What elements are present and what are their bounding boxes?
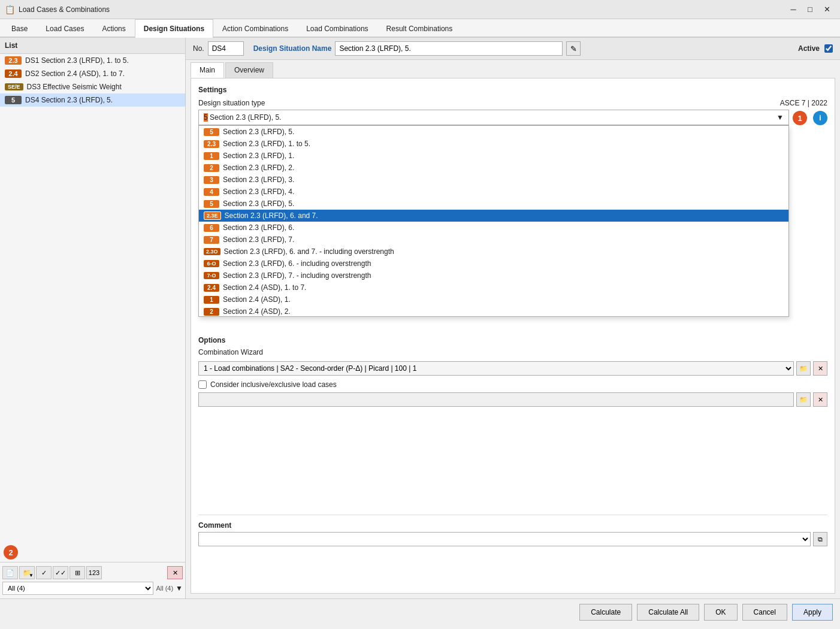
- item-text: Section 2.3 (LRFD), 7. - including overs…: [223, 271, 371, 280]
- left-panel: List 2.3 DS1 Section 2.3 (LRFD), 1. to 5…: [0, 38, 186, 598]
- dropdown-item-24all[interactable]: 2.4 Section 2.4 (ASD), 1. to 7.: [199, 282, 788, 294]
- item-badge: 2: [204, 164, 219, 172]
- ds1-badge: 2.3: [5, 56, 22, 65]
- inclusive-exclusive-input-row: 📁 ✕: [198, 392, 827, 407]
- dropdown-item-5-display[interactable]: 5 Section 2.3 (LRFD), 5.: [199, 126, 788, 138]
- comment-select[interactable]: [198, 532, 811, 546]
- maximize-button[interactable]: □: [802, 1, 818, 18]
- options-title: Options: [198, 336, 827, 344]
- tab-design-situations[interactable]: Design Situations: [135, 19, 213, 38]
- inclusive-exclusive-checkbox[interactable]: [198, 380, 207, 389]
- tab-overview[interactable]: Overview: [225, 62, 273, 78]
- item-badge: 4: [204, 188, 219, 196]
- item-text: Section 2.3 (LRFD), 1.: [223, 152, 294, 160]
- dst-dropdown-trigger[interactable]: 5 Section 2.3 (LRFD), 5. ▼: [198, 110, 789, 125]
- item-badge: 5: [204, 128, 219, 136]
- edit-name-button[interactable]: ✎: [566, 41, 581, 56]
- dropdown-item-6a[interactable]: 6 Section 2.3 (LRFD), 6.: [199, 222, 788, 234]
- calculate-button[interactable]: Calculate: [579, 604, 632, 621]
- right-panel: No. Design Situation Name ✎ Active Main …: [186, 38, 840, 598]
- info-button[interactable]: i: [813, 111, 827, 125]
- item-text: Section 2.3 (LRFD), 2.: [223, 164, 294, 172]
- numbers-button[interactable]: 123: [86, 566, 102, 579]
- left-panel-footer: 📄 📁▼ ✓ ✓✓ ⊞ 123 ✕ All (4) All (4) ▼: [0, 562, 185, 598]
- no-name-row: No. Design Situation Name ✎: [193, 41, 581, 56]
- dropdown-item-asd2[interactable]: 2 Section 2.4 (ASD), 2.: [199, 306, 788, 317]
- dropdown-item-23O[interactable]: 2.3O Section 2.3 (LRFD), 6. and 7. - inc…: [199, 246, 788, 258]
- dropdown-item-7O[interactable]: 7-O Section 2.3 (LRFD), 7. - including o…: [199, 270, 788, 282]
- tab-action-combinations[interactable]: Action Combinations: [213, 19, 297, 38]
- cancel-button[interactable]: Cancel: [742, 604, 787, 621]
- dropdown-item-23E[interactable]: 2.3E Section 2.3 (LRFD), 6. and 7.: [199, 210, 788, 222]
- no-input[interactable]: [208, 41, 244, 56]
- combo-wizard-select[interactable]: 1 - Load combinations | SA2 - Second-ord…: [198, 361, 794, 376]
- active-checkbox[interactable]: [824, 44, 833, 53]
- dropdown-item-6O[interactable]: 6-O Section 2.3 (LRFD), 6. - including o…: [199, 258, 788, 270]
- dropdown-item-4a[interactable]: 4 Section 2.3 (LRFD), 4.: [199, 186, 788, 198]
- tab-result-combinations[interactable]: Result Combinations: [377, 19, 462, 38]
- calculate-all-button[interactable]: Calculate All: [637, 604, 699, 621]
- dropdown-item-5a[interactable]: 5 Section 2.3 (LRFD), 5.: [199, 198, 788, 210]
- combo-wizard-delete-button[interactable]: ✕: [813, 361, 827, 376]
- item-badge: 1: [204, 152, 219, 160]
- top-form-area: No. Design Situation Name ✎ Active: [186, 38, 840, 60]
- name-input[interactable]: [335, 41, 563, 56]
- tab-base[interactable]: Base: [2, 19, 37, 38]
- inclusive-exclusive-label: Consider inclusive/exclusive load cases: [210, 380, 337, 389]
- window-title: Load Cases & Combinations: [19, 5, 785, 14]
- grid-button[interactable]: ⊞: [70, 566, 85, 579]
- tab-actions[interactable]: Actions: [93, 19, 134, 38]
- ds2-label: DS2 Section 2.4 (ASD), 1. to 7.: [25, 69, 125, 78]
- tab-main[interactable]: Main: [191, 62, 224, 78]
- filter-select[interactable]: All (4): [2, 582, 153, 595]
- dropdown-item-3a[interactable]: 3 Section 2.3 (LRFD), 3.: [199, 174, 788, 186]
- item-badge: 7-O: [204, 272, 219, 279]
- ds-item-4[interactable]: 5 DS4 Section 2.3 (LRFD), 5.: [0, 93, 185, 107]
- comment-select-row: ⧉: [198, 532, 827, 546]
- dst-standard: ASCE 7 | 2022: [780, 99, 827, 107]
- folder-button[interactable]: 📁▼: [19, 566, 35, 579]
- new-button[interactable]: 📄: [2, 566, 18, 579]
- dropdown-item-2a[interactable]: 2 Section 2.3 (LRFD), 2.: [199, 162, 788, 174]
- dropdown-item-2.3[interactable]: 2.3 Section 2.3 (LRFD), 1. to 5.: [199, 138, 788, 150]
- close-button[interactable]: ✕: [818, 1, 835, 18]
- ds4-label: DS4 Section 2.3 (LRFD), 5.: [25, 96, 113, 104]
- item-text: Section 2.3 (LRFD), 1. to 5.: [223, 140, 310, 148]
- check-button[interactable]: ✓: [36, 566, 52, 579]
- inclusive-btn-2[interactable]: ✕: [813, 392, 827, 407]
- ds2-badge: 2.4: [5, 69, 22, 78]
- ok-button[interactable]: OK: [704, 604, 737, 621]
- apply-button[interactable]: Apply: [792, 604, 833, 621]
- check-all-button[interactable]: ✓✓: [53, 566, 68, 579]
- title-bar: 📋 Load Cases & Combinations ─ □ ✕: [0, 0, 840, 19]
- comment-row: Comment ⧉: [198, 521, 827, 546]
- inclusive-btn-1[interactable]: 📁: [796, 392, 811, 407]
- comment-copy-button[interactable]: ⧉: [813, 532, 827, 546]
- dropdown-item-asd1[interactable]: 1 Section 2.4 (ASD), 1.: [199, 294, 788, 306]
- item-text: Section 2.3 (LRFD), 5.: [223, 128, 294, 136]
- combo-wizard-edit-button[interactable]: 📁: [796, 361, 811, 376]
- name-field: Design Situation Name ✎: [253, 41, 581, 56]
- ds-item-2[interactable]: 2.4 DS2 Section 2.4 (ASD), 1. to 7.: [0, 67, 185, 80]
- item-badge: 5: [204, 200, 219, 208]
- tab-load-cases[interactable]: Load Cases: [37, 19, 93, 38]
- combo-wizard-select-row: 1 - Load combinations | SA2 - Second-ord…: [198, 361, 827, 376]
- dropdown-item-7a[interactable]: 7 Section 2.3 (LRFD), 7.: [199, 234, 788, 246]
- ds-item-3[interactable]: SE/E DS3 Effective Seismic Weight: [0, 80, 185, 93]
- delete-button[interactable]: ✕: [167, 566, 183, 579]
- comment-label: Comment: [198, 521, 827, 530]
- active-area: Active: [798, 44, 833, 53]
- item-badge: 2: [204, 308, 219, 316]
- ds-item-1[interactable]: 2.3 DS1 Section 2.3 (LRFD), 1. to 5.: [0, 54, 185, 67]
- item-badge: 6: [204, 224, 219, 232]
- item-text: Section 2.4 (ASD), 2.: [223, 307, 291, 316]
- combo-wizard-row: Combination Wizard: [198, 348, 827, 356]
- item-text: Section 2.3 (LRFD), 6. and 7.: [225, 211, 318, 220]
- dst-dropdown-list[interactable]: 5 Section 2.3 (LRFD), 5. 2.3 Section 2.3…: [198, 125, 789, 317]
- name-label: Design Situation Name: [253, 44, 332, 53]
- minimize-button[interactable]: ─: [785, 1, 802, 18]
- tab-load-combinations[interactable]: Load Combinations: [297, 19, 377, 38]
- dropdown-item-1a[interactable]: 1 Section 2.3 (LRFD), 1.: [199, 150, 788, 162]
- item-text: Section 2.3 (LRFD), 7.: [223, 235, 294, 244]
- inclusive-exclusive-input[interactable]: [198, 392, 794, 407]
